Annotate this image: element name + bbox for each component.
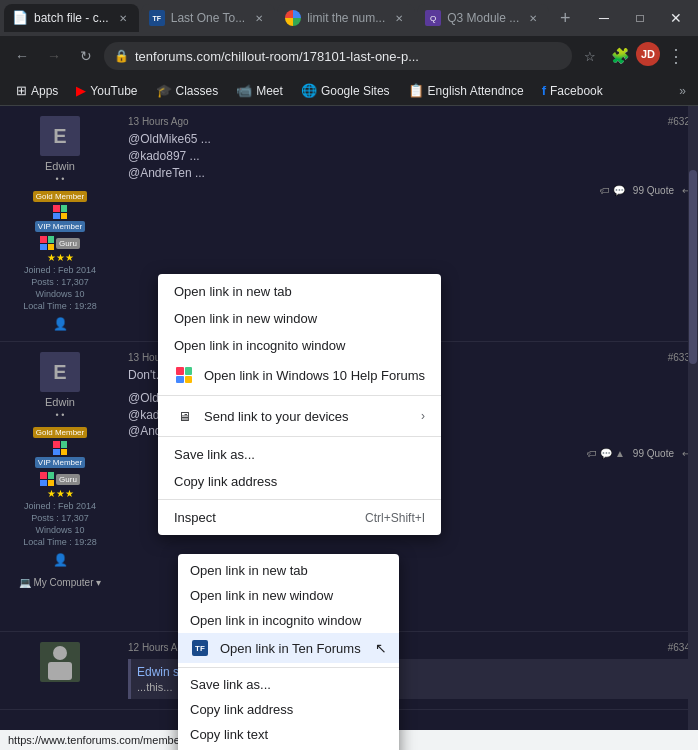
post-number-633: #633 xyxy=(668,352,690,363)
user-dots-633: • • xyxy=(56,410,65,420)
more-menu-icon[interactable]: ⋮ xyxy=(662,42,690,70)
avatar-632: E xyxy=(40,116,80,156)
ctx2-copy-link-text-label: Copy link text xyxy=(190,727,387,742)
ctx2-open-new-window[interactable]: Open link in new window xyxy=(178,583,399,608)
ctx1-open-win10-help[interactable]: Open link in Windows 10 Help Forums xyxy=(158,359,441,391)
bookmark-apps[interactable]: ⊞ Apps xyxy=(8,79,66,103)
post-footer-icons-633: 🏷 💬 ▲ xyxy=(587,448,624,459)
ctx2-open-new-window-label: Open link in new window xyxy=(190,588,387,603)
ctx2-open-tenforums[interactable]: TF Open link in Ten Forums ↖ xyxy=(178,633,399,663)
bookmark-google-sites[interactable]: 🌐 Google Sites xyxy=(293,79,398,103)
ctx2-open-incognito[interactable]: Open link in incognito window xyxy=(178,608,399,633)
tab-favicon-4: Q xyxy=(425,10,441,26)
join-date-632: Joined : Feb 2014 xyxy=(24,265,96,275)
forward-button[interactable]: → xyxy=(40,42,68,70)
tab-close-3[interactable]: ✕ xyxy=(391,10,407,26)
windows-logo-icon-1 xyxy=(174,365,194,385)
win-minimize-btn[interactable]: ─ xyxy=(586,0,622,36)
gold-badge-632: Gold Member xyxy=(33,188,87,202)
tab-close-4[interactable]: ✕ xyxy=(525,10,541,26)
quote-btn-632[interactable]: 99 Quote xyxy=(633,185,674,196)
ctx2-copy-link-text[interactable]: Copy link text xyxy=(178,722,399,747)
ctx1-inspect-label: Inspect xyxy=(174,510,339,525)
guru-row-632: Guru xyxy=(40,236,80,250)
ctx2-divider-1 xyxy=(178,667,399,668)
svg-rect-0 xyxy=(53,646,67,660)
tenforums-icon: TF xyxy=(190,638,210,658)
win-icon-row-1 xyxy=(53,205,67,219)
toolbar-icons: ☆ 🧩 JD ⋮ xyxy=(576,42,690,70)
bookmark-classes[interactable]: 🎓 Classes xyxy=(148,79,227,103)
new-tab-button[interactable]: + xyxy=(551,4,579,32)
ctx2-copy-link-label: Copy link address xyxy=(190,702,387,717)
win-maximize-btn[interactable]: □ xyxy=(622,0,658,36)
tab-close-1[interactable]: ✕ xyxy=(115,10,131,26)
quote-btn-633[interactable]: 99 Quote xyxy=(633,448,674,459)
ctx2-open-new-tab[interactable]: Open link in new tab xyxy=(178,558,399,583)
ctx1-save-link[interactable]: Save link as... xyxy=(158,441,441,468)
post-line2-632: @kado897 ... xyxy=(128,148,690,165)
post-line3-632: @AndreTen ... xyxy=(128,165,690,182)
stars-633: ★★★ xyxy=(47,488,74,499)
post-number-632: #632 xyxy=(668,116,690,127)
facebook-favicon: f xyxy=(542,83,546,98)
username-632: Edwin xyxy=(45,160,75,172)
ctx1-open-new-tab[interactable]: Open link in new tab xyxy=(158,278,441,305)
ctx1-send-devices[interactable]: 🖥 Send link to your devices › xyxy=(158,400,441,432)
bookmark-star-icon[interactable]: ☆ xyxy=(576,42,604,70)
user-dots-632: • • xyxy=(56,174,65,184)
ctx2-open-incognito-label: Open link in incognito window xyxy=(190,613,387,628)
reload-button[interactable]: ↻ xyxy=(72,42,100,70)
tab-title-3: limit the num... xyxy=(307,11,385,25)
ctx1-open-new-tab-label: Open link in new tab xyxy=(174,284,425,299)
os-633: Windows 10 xyxy=(35,525,84,535)
ctx2-open-new-tab-label: Open link in new tab xyxy=(190,563,387,578)
svg-rect-1 xyxy=(48,662,72,680)
time-ago-632: 13 Hours Ago xyxy=(128,116,189,127)
avatar-633: E xyxy=(40,352,80,392)
address-bar[interactable]: 🔒 tenforums.com/chillout-room/178101-las… xyxy=(104,42,572,70)
user-icon-633: 👤 xyxy=(53,553,68,567)
youtube-favicon: ▶ xyxy=(76,83,86,98)
win-close-btn[interactable]: ✕ xyxy=(658,0,694,36)
ctx1-divider-1 xyxy=(158,395,441,396)
browser-toolbar: ← → ↻ 🔒 tenforums.com/chillout-room/1781… xyxy=(0,36,698,76)
tab-favicon-3 xyxy=(285,10,301,26)
ctx1-copy-link[interactable]: Copy link address xyxy=(158,468,441,495)
tab-limit-num[interactable]: limit the num... ✕ xyxy=(277,4,415,32)
avatar-634 xyxy=(40,642,80,682)
bookmark-meet[interactable]: 📹 Meet xyxy=(228,79,291,103)
bookmark-youtube[interactable]: ▶ YouTube xyxy=(68,79,145,103)
ctx2-open-tenforums-label: Open link in Ten Forums xyxy=(220,641,361,656)
ctx2-save-link[interactable]: Save link as... xyxy=(178,672,399,697)
extension-puzzle-icon[interactable]: 🧩 xyxy=(606,42,634,70)
guru-row-633: Guru xyxy=(40,472,80,486)
post-sidebar-632: E Edwin • • Gold Member VIP Member Gu xyxy=(0,112,120,335)
ctx2-copy-link[interactable]: Copy link address xyxy=(178,697,399,722)
post-text-632: @OldMike65 ... @kado897 ... @AndreTen ..… xyxy=(128,131,690,181)
bookmark-meet-label: Meet xyxy=(256,84,283,98)
tab-batch-file[interactable]: 📄 batch file - c... ✕ xyxy=(4,4,139,32)
computer-link-633[interactable]: 💻 My Computer ▾ xyxy=(19,577,102,588)
vip-badge-633: VIP Member xyxy=(35,457,85,468)
ctx1-open-incognito[interactable]: Open link in incognito window xyxy=(158,332,441,359)
ctx1-copy-link-label: Copy link address xyxy=(174,474,425,489)
back-button[interactable]: ← xyxy=(8,42,36,70)
tab-close-2[interactable]: ✕ xyxy=(251,10,267,26)
tab-favicon-batch: 📄 xyxy=(12,10,28,26)
scrollbar-thumb[interactable] xyxy=(689,170,697,363)
bookmarks-bar: ⊞ Apps ▶ YouTube 🎓 Classes 📹 Meet 🌐 Goog… xyxy=(0,76,698,106)
post-footer-632: 🏷 💬 99 Quote ↩ xyxy=(128,185,690,196)
bookmark-facebook[interactable]: f Facebook xyxy=(534,79,611,103)
tab-q3-module[interactable]: Q Q3 Module ... ✕ xyxy=(417,4,549,32)
bookmarks-overflow[interactable]: » xyxy=(675,84,690,98)
profile-icon[interactable]: JD xyxy=(636,42,660,66)
scrollbar[interactable] xyxy=(688,106,698,750)
ctx1-open-new-window[interactable]: Open link in new window xyxy=(158,305,441,332)
bookmark-attendance[interactable]: 📋 English Attendnce xyxy=(400,79,532,103)
post-sidebar-633: E Edwin • • Gold Member VIP Member Gu xyxy=(0,348,120,625)
tab-last-one[interactable]: TF Last One To... ✕ xyxy=(141,4,276,32)
post-number-634: #634 xyxy=(668,642,690,653)
ctx1-inspect[interactable]: Inspect Ctrl+Shift+I xyxy=(158,504,441,531)
bookmark-apps-label: Apps xyxy=(31,84,58,98)
